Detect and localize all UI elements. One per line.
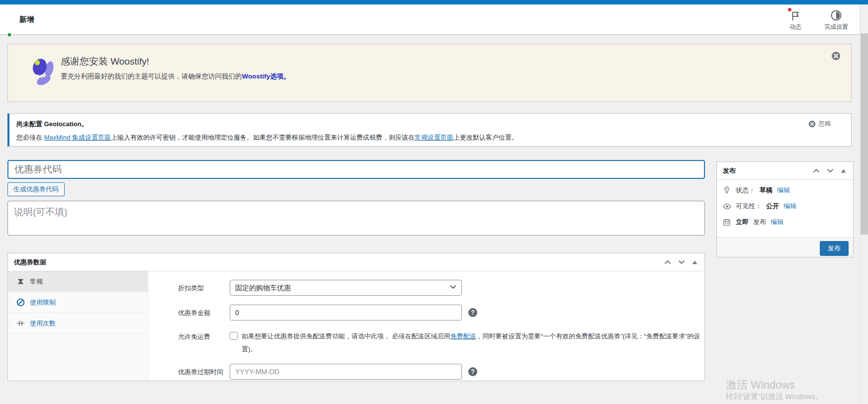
edit-status-link[interactable]: 编辑	[777, 186, 790, 195]
visibility-label: 可见性：	[736, 202, 762, 211]
finish-setup-button[interactable]: 完成设置	[820, 8, 852, 31]
coupon-amount-input[interactable]	[230, 305, 462, 321]
coupon-data-header[interactable]: 优惠券数据	[8, 253, 704, 271]
coupon-amount-label: 优惠券金额	[178, 305, 230, 318]
dismiss-circle-icon	[808, 120, 816, 128]
generate-coupon-code-button[interactable]: 生成优惠券代码	[7, 182, 65, 196]
free-shipping-field: 如果想要让优惠券提供免配送费功能，请选中此项， 必须在配送区域启用免费配送，同时…	[230, 328, 701, 356]
sliders-icon	[16, 319, 25, 327]
woostify-notice: 感谢您安装 Woostify! 要充分利用最好的我们的主题可以提供，请确保您访问…	[7, 44, 852, 102]
move-up-icon[interactable]	[813, 168, 820, 173]
coupon-tabs: 常规 使用限制 使用次数	[8, 271, 148, 381]
geo-body-text: 上更改默认客户位置。	[453, 134, 518, 141]
general-settings-link[interactable]: 常规设置页面	[415, 134, 453, 141]
schedule-row: 立即 发布 编辑	[723, 218, 847, 227]
woostify-notice-title: 感谢您安装 Woostify!	[61, 55, 149, 68]
coupon-form: 折扣类型 固定的购物车优惠 优惠券金额 ? 允许免运费 如果想要让优惠券提供免配…	[148, 271, 704, 381]
tab-general[interactable]: 常规	[8, 271, 148, 292]
free-shipping-description: 如果想要让优惠券提供免配送费功能，请选中此项， 必须在配送区域启用免费配送，同时…	[242, 330, 701, 356]
geolocation-notice: 尚未配置 Geolocation。 您必须在 MaxMind 集成设置页面上输入…	[7, 113, 852, 147]
coupon-panel-controls	[664, 260, 704, 264]
free-shipping-link[interactable]: 免费配送	[450, 332, 476, 340]
expiry-date-row: 优惠券过期时间 ?	[148, 364, 704, 380]
schedule-bold: 立即	[736, 218, 749, 227]
green-artifact	[8, 33, 11, 36]
discount-type-select[interactable]: 固定的购物车优惠	[230, 280, 462, 296]
discount-type-field: 固定的购物车优惠	[230, 280, 462, 296]
publish-panel-body: 状态： 草稿 编辑 可见性： 公开 编辑 立即 发布 编辑	[717, 180, 853, 237]
status-row: 状态： 草稿 编辑	[723, 186, 847, 195]
publish-panel-controls	[813, 168, 853, 173]
coupon-amount-row: 优惠券金额 ?	[148, 305, 704, 321]
publish-panel-title: 发布	[717, 166, 813, 175]
tab-general-label: 常规	[30, 277, 43, 286]
status-label: 状态：	[736, 186, 755, 195]
collapse-icon[interactable]	[841, 169, 846, 173]
coupon-code-input[interactable]	[7, 160, 705, 179]
free-shipping-row: 允许免运费 如果想要让优惠券提供免配送费功能，请选中此项， 必须在配送区域启用免…	[148, 328, 704, 356]
expiry-date-input[interactable]	[230, 364, 462, 380]
window-top-strip	[0, 0, 868, 4]
woostify-notice-body: 要充分利用最好的我们的主题可以提供，请确保您访问我们的Woostify选项。	[61, 72, 290, 81]
help-icon[interactable]: ?	[468, 308, 477, 317]
publish-panel: 发布 状态： 草稿 编辑 可见性： 公开 编辑 立即 发布 编辑 发布	[716, 162, 854, 257]
discount-type-row: 折扣类型 固定的购物车优惠	[148, 280, 704, 296]
edit-schedule-link[interactable]: 编辑	[771, 218, 783, 227]
status-value: 草稿	[760, 186, 773, 195]
header-actions: 动态 完成设置	[780, 8, 852, 31]
tab-usage-restriction[interactable]: 使用限制	[8, 292, 148, 313]
tab-usage-limits[interactable]: 使用次数	[8, 313, 148, 334]
geolocation-notice-title: 尚未配置 Geolocation。	[16, 120, 88, 129]
calendar-icon	[723, 218, 731, 226]
tab-usage-restriction-label: 使用限制	[30, 298, 56, 307]
geolocation-notice-body: 您必须在 MaxMind 集成设置页面上输入有效的许可密钥，才能使用地理定位服务…	[16, 133, 518, 142]
schedule-rest: 发布	[753, 218, 766, 227]
page-title: 新增	[19, 15, 34, 24]
move-down-icon[interactable]	[827, 168, 834, 173]
publish-button[interactable]: 发布	[820, 241, 849, 256]
coupon-description-textarea[interactable]	[7, 201, 705, 236]
windows-activation-watermark: 激活 Windows	[726, 378, 795, 393]
woostify-options-link[interactable]: Woostify选项。	[242, 73, 290, 80]
activity-button[interactable]: 动态	[780, 8, 811, 31]
dismiss-button[interactable]: 忽略	[808, 119, 831, 128]
publish-panel-footer: 发布	[717, 237, 853, 257]
coupon-data-body: 常规 使用限制 使用次数 折扣类型 固定的购物车优惠	[8, 271, 704, 381]
ticket-icon	[16, 277, 25, 286]
finish-setup-label: 完成设置	[824, 23, 848, 31]
geo-body-text: 上输入有效的许可密钥，才能使用地理定位服务。如果您不需要根据地理位置来计算运费或…	[111, 134, 415, 141]
windows-activation-watermark-sub: 转到“设置”以激活 Windows。	[726, 392, 823, 402]
discount-type-label: 折扣类型	[178, 280, 230, 293]
free-shipping-label: 允许免运费	[178, 328, 230, 341]
move-up-icon[interactable]	[664, 260, 671, 264]
notification-dot	[788, 8, 791, 11]
coupon-data-panel: 优惠券数据 常规 使用限制 使用次数 折扣类型	[7, 253, 705, 381]
woostify-body-text: 要充分利用最好的我们的主题可以提供，请确保您访问我们的	[61, 73, 242, 80]
free-shipping-checkbox[interactable]	[230, 332, 238, 340]
scrollbar[interactable]	[860, 4, 868, 404]
expiry-date-label: 优惠券过期时间	[178, 364, 230, 377]
collapse-icon[interactable]	[692, 260, 697, 264]
maxmind-settings-link[interactable]: MaxMind 集成设置页面	[44, 134, 111, 141]
tab-usage-limits-label: 使用次数	[30, 319, 56, 328]
half-circle-icon	[830, 8, 842, 21]
visibility-row: 可见性： 公开 编辑	[723, 202, 847, 211]
eye-icon	[723, 202, 731, 211]
coupon-data-title: 优惠券数据	[8, 258, 664, 267]
circle-slash-icon	[16, 298, 25, 307]
pin-icon	[723, 186, 731, 194]
activity-label: 动态	[789, 23, 801, 31]
geo-body-text: 您必须在	[16, 134, 44, 141]
visibility-value: 公开	[766, 202, 779, 211]
close-icon[interactable]	[831, 51, 841, 61]
help-icon[interactable]: ?	[468, 367, 477, 376]
dismiss-label: 忽略	[818, 119, 831, 128]
publish-panel-header[interactable]: 发布	[717, 162, 853, 180]
scrollbar-thumb[interactable]	[861, 33, 868, 235]
move-down-icon[interactable]	[678, 260, 685, 264]
flag-icon	[790, 8, 801, 21]
edit-visibility-link[interactable]: 编辑	[783, 202, 796, 211]
free-shipping-text: 如果想要让优惠券提供免配送费功能，请选中此项， 必须在配送区域启用	[242, 332, 450, 340]
woostify-logo-icon	[31, 56, 56, 89]
admin-header: 新增 动态 完成设置	[0, 4, 868, 35]
